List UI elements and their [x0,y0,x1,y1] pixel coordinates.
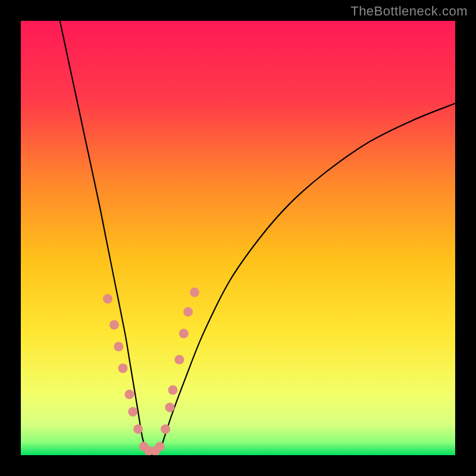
chart-frame: TheBottleneck.com [0,0,476,476]
marker-dot [174,355,184,364]
curve-path [60,21,455,455]
marker-dot [155,441,165,451]
bottleneck-curve [21,21,455,455]
marker-dot [125,390,134,399]
marker-dot [133,424,143,434]
marker-dot [165,403,174,412]
marker-dot [190,287,199,297]
marker-dot [103,294,112,303]
marker-dot [183,307,193,317]
marker-dot [161,424,170,434]
marker-dots [103,287,199,455]
marker-dot [128,407,137,416]
watermark-text: TheBottleneck.com [350,4,468,19]
plot-area [21,21,455,455]
marker-dot [179,329,189,339]
marker-dot [109,320,119,330]
marker-dot [118,364,128,373]
marker-dot [114,342,123,352]
marker-dot [168,386,178,395]
